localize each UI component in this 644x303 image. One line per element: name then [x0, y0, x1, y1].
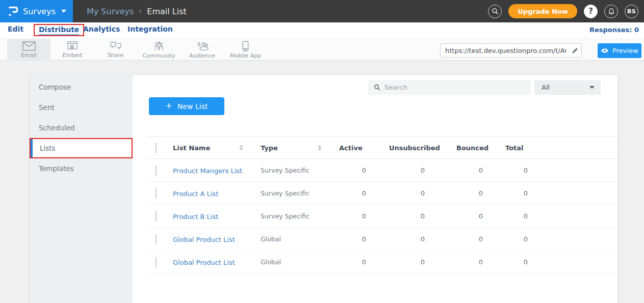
channel-community-label: Community — [143, 52, 175, 59]
list-name-link[interactable]: Product Mangers List — [173, 167, 242, 175]
list-name-link[interactable]: Global Product List — [173, 259, 235, 266]
embed-icon — [67, 41, 78, 51]
question-mark-icon: ? — [588, 7, 593, 16]
channel-email[interactable]: Email — [7, 39, 50, 61]
breadcrumb-current-page: Email List — [147, 7, 186, 16]
plus-icon: + — [166, 101, 172, 111]
channel-embed-label: Embed — [62, 52, 82, 59]
channel-audience-label: Audience — [189, 52, 215, 59]
unsubscribed-count: 0 — [389, 189, 456, 197]
bell-icon — [608, 8, 615, 15]
tab-distribute[interactable]: Distribute — [34, 24, 84, 36]
tab-edit[interactable]: Edit — [8, 25, 23, 33]
row-checkbox[interactable] — [156, 211, 157, 222]
lists-card: Compose Sent Scheduled Lists Templates A… — [30, 75, 617, 303]
tab-distribute-label: Distribute — [39, 25, 79, 35]
total-count: 0 — [505, 258, 546, 266]
sidebar-item-templates[interactable]: Templates — [30, 158, 133, 179]
channel-community[interactable]: Community — [137, 39, 181, 61]
pencil-icon — [572, 47, 578, 54]
sort-icon[interactable] — [239, 145, 243, 150]
product-switcher[interactable]: Surveys — [0, 0, 73, 22]
bounced-count: 0 — [456, 212, 505, 220]
new-list-button[interactable]: + New List — [149, 97, 224, 115]
total-count: 0 — [505, 167, 546, 174]
unsubscribed-count: 0 — [389, 212, 456, 220]
header-type[interactable]: Type — [261, 144, 339, 152]
search-icon — [492, 8, 499, 15]
breadcrumb-my-surveys[interactable]: My Surveys — [87, 7, 134, 16]
table-row: Global Product List Global 0 0 0 0 — [148, 251, 617, 273]
sort-icon[interactable] — [318, 145, 322, 150]
survey-url-input[interactable] — [441, 47, 568, 54]
table-row: Product Mangers List Survey Specific 0 0… — [148, 159, 617, 182]
select-all-checkbox[interactable] — [156, 143, 157, 153]
list-type: Survey Specific — [261, 189, 339, 197]
table-row: Product A List Survey Specific 0 0 0 0 — [148, 182, 617, 205]
bounced-count: 0 — [456, 167, 505, 174]
list-name-link[interactable]: Global Product List — [173, 236, 235, 243]
total-count: 0 — [505, 189, 546, 197]
sidebar-item-sent[interactable]: Sent — [30, 97, 133, 118]
breadcrumb-separator-icon: › — [139, 7, 142, 16]
responses-count[interactable]: Responses: 0 — [589, 26, 639, 34]
topbar-actions: Upgrade Now ? BS — [488, 4, 644, 18]
channel-mobile-app[interactable]: Mobile App — [224, 39, 267, 61]
total-count: 0 — [505, 235, 546, 243]
survey-tab-bar: Edit Distribute Analytics Integration Re… — [0, 22, 644, 39]
top-navigation-bar: Surveys My Surveys › Email List Upgrade … — [0, 0, 644, 22]
channel-email-label: Email — [21, 52, 37, 59]
list-type: Survey Specific — [261, 212, 339, 220]
global-search-button[interactable] — [488, 5, 502, 18]
row-checkbox[interactable] — [156, 234, 157, 244]
eye-icon — [601, 48, 609, 53]
tab-integration[interactable]: Integration — [127, 25, 173, 33]
active-count: 0 — [339, 212, 389, 220]
distribute-channel-toolbar: Email Embed — [0, 39, 644, 61]
lists-table: List Name Type Active Unsubscribed Bounc… — [148, 136, 617, 273]
header-list-name[interactable]: List Name — [173, 144, 261, 152]
list-name-link[interactable]: Product A List — [173, 190, 218, 198]
list-search-input[interactable] — [384, 84, 530, 91]
list-filter-value: All — [542, 84, 550, 91]
header-total: Total — [505, 144, 546, 152]
channel-embed[interactable]: Embed — [50, 39, 94, 61]
new-list-label: New List — [177, 102, 208, 111]
user-avatar[interactable]: BS — [625, 5, 638, 18]
tab-analytics[interactable]: Analytics — [83, 25, 120, 33]
active-count: 0 — [339, 258, 389, 266]
header-bounced: Bounced — [456, 144, 505, 152]
avatar-initials: BS — [627, 8, 636, 15]
edit-url-button[interactable] — [568, 47, 581, 54]
list-type: Survey Specific — [261, 167, 339, 174]
unsubscribed-count: 0 — [389, 235, 456, 243]
row-checkbox[interactable] — [156, 165, 157, 176]
upgrade-now-button[interactable]: Upgrade Now — [508, 4, 577, 18]
channel-mobile-app-label: Mobile App — [230, 52, 261, 59]
sidebar-item-scheduled[interactable]: Scheduled — [30, 118, 133, 138]
bounced-count: 0 — [456, 189, 505, 197]
sidebar-item-lists[interactable]: Lists — [30, 138, 133, 158]
list-filter-dropdown[interactable]: All — [534, 80, 601, 95]
help-button[interactable]: ? — [584, 5, 598, 18]
active-count: 0 — [339, 167, 389, 174]
sidebar-item-compose[interactable]: Compose — [30, 77, 133, 97]
lists-panel: All + New List List Name Type — [133, 75, 617, 303]
row-checkbox[interactable] — [156, 257, 157, 267]
list-name-link[interactable]: Product B List — [173, 213, 218, 221]
header-unsubscribed: Unsubscribed — [389, 144, 456, 152]
share-icon — [110, 41, 122, 51]
active-count: 0 — [339, 189, 389, 197]
list-search-box — [368, 80, 530, 95]
table-header-row: List Name Type Active Unsubscribed Bounc… — [148, 136, 617, 159]
active-count: 0 — [339, 235, 389, 243]
channel-share[interactable]: Share — [94, 39, 137, 61]
preview-button[interactable]: Preview — [598, 43, 641, 58]
row-checkbox[interactable] — [156, 188, 157, 199]
bounced-count: 0 — [456, 258, 505, 266]
notifications-button[interactable] — [604, 5, 618, 18]
svg-text:$: $ — [197, 41, 200, 47]
channel-audience[interactable]: $ Audience — [181, 39, 224, 61]
table-row: Global Product List Global 0 0 0 0 — [148, 228, 617, 251]
bounced-count: 0 — [456, 235, 505, 243]
